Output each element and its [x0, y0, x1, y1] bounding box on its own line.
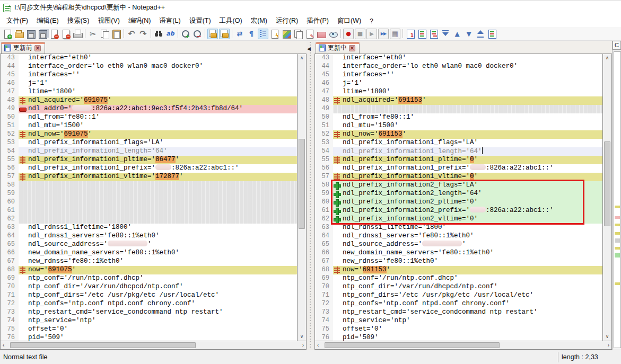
sync-scroll-horizontal-icon[interactable]	[219, 29, 230, 39]
code-line[interactable]: 69ntp_conf='/run/ntp.conf.dhcp'	[315, 274, 602, 283]
line-text[interactable]: ntp_conf_dirs='/etc /usr/pkg/etc /usr/lo…	[27, 291, 297, 300]
line-text[interactable]: interface='eth0'	[342, 54, 602, 63]
line-text[interactable]: ndl_prefix_information1_vltime='172877'	[27, 173, 297, 181]
line-body[interactable]: ntp_confs='ntp.conf ntpd.conf chrony.con…	[333, 300, 602, 308]
tab-close-icon[interactable]: ×	[34, 45, 41, 51]
line-text[interactable]: ndl_prefix_information2_prefix=':826a:a2…	[342, 207, 602, 215]
code-line[interactable]: 58ndl_prefix_information2_flags='LA'	[315, 181, 602, 190]
code-line[interactable]: 72ntp_confs='ntp.conf ntpd.conf chrony.c…	[315, 300, 602, 308]
code-line[interactable]: 71ntp_conf_dirs='/etc /usr/pkg/etc /usr/…	[1, 291, 297, 300]
menu-item-10[interactable]: 插件(P)	[302, 15, 333, 26]
line-text[interactable]: ndl_prefix_information1_prefix=':826a:a2…	[342, 164, 602, 173]
project-folder-icon[interactable]	[316, 29, 327, 39]
zoom-out-icon[interactable]	[192, 29, 203, 39]
line-text[interactable]	[27, 190, 297, 198]
line-text[interactable]: interface_order='lo eth0 wlan0 mac0 dock…	[27, 63, 297, 71]
line-body[interactable]: new_rdnss='fe80::1%eth0'	[333, 258, 602, 266]
line-body[interactable]: ltime='1800'	[19, 88, 297, 96]
tab-close-icon[interactable]: ×	[349, 45, 355, 51]
undo-icon[interactable]	[126, 29, 137, 39]
line-body[interactable]: ndl_prefix_information1_length='64'	[333, 147, 602, 156]
line-body[interactable]	[19, 207, 297, 215]
compare-navbar-map[interactable]	[614, 51, 621, 348]
line-text[interactable]: ndl_acquired='691075'	[27, 96, 297, 105]
line-text[interactable]: ndl_prefix_information1_flags='LA'	[27, 139, 297, 147]
line-body[interactable]: interface_order='lo eth0 wlan0 mac0 dock…	[19, 63, 297, 71]
code-line[interactable]: 47ltime='1800'	[315, 88, 602, 96]
paste-icon[interactable]	[111, 29, 121, 39]
code-line[interactable]: 54ndl_prefix_information1_length='64'	[1, 147, 297, 156]
line-text[interactable]: interface_order='lo eth0 wlan0 mac0 dock…	[342, 63, 602, 71]
code-line[interactable]: 55ndl_prefix_information1_pltime='86477'	[1, 156, 297, 164]
line-body[interactable]	[333, 105, 602, 113]
code-line[interactable]: 59	[1, 190, 297, 198]
line-text[interactable]: interfaces=''	[27, 71, 297, 79]
line-body[interactable]: ndl_prefix_information1_vltime='0'	[333, 173, 602, 181]
line-body[interactable]: ntp_confs='ntp.conf ntpd.conf chrony.con…	[19, 300, 297, 308]
line-body[interactable]: ndl_rdnss1_servers='fe80::1%eth0'	[333, 232, 602, 241]
line-body[interactable]: ndl_prefix_information2_pltime='0'	[333, 198, 602, 207]
line-body[interactable]: ndl_prefix_information1_prefix=':826a:a2…	[333, 164, 602, 173]
line-body[interactable]: ndl_prefix_information1_length='64'	[19, 147, 297, 156]
code-line[interactable]: 62	[1, 215, 297, 224]
line-text[interactable]: now='691153'	[342, 266, 602, 274]
macro-stop-icon[interactable]	[355, 29, 365, 39]
left-vscroll-thumb[interactable]	[299, 139, 305, 229]
right-editor[interactable]: 43interface='eth0'44interface_order='lo …	[314, 54, 603, 341]
line-body[interactable]: ndl_prefix_information2_length='64'	[333, 190, 602, 198]
close-file-icon[interactable]	[49, 29, 59, 39]
code-line[interactable]: 67new_rdnss='fe80::1%eth0'	[1, 258, 297, 266]
last-diff-icon[interactable]	[475, 29, 486, 39]
previous-diff-icon[interactable]	[452, 29, 462, 39]
macro-play-icon[interactable]	[366, 29, 377, 39]
replace-icon[interactable]	[165, 29, 176, 39]
code-line[interactable]: 44interface_order='lo eth0 wlan0 mac0 do…	[1, 63, 297, 71]
line-body[interactable]: ndl_prefix_information1_pltime='0'	[333, 156, 602, 164]
line-body[interactable]: ntp_conf_dir='/var/run/dhcpcd/ntp.conf'	[19, 283, 297, 291]
line-text[interactable]: pid='509'	[27, 334, 297, 341]
line-text[interactable]: ntp_restart_cmd='service_condcommand ntp…	[27, 308, 297, 317]
code-line[interactable]: 59ndl_prefix_information2_length='64'	[315, 190, 602, 198]
line-text[interactable]	[342, 105, 602, 113]
line-text[interactable]: ndl_rdnss1_lifetime='1800'	[342, 224, 602, 232]
line-body[interactable]: ndl_prefix_information2_vltime='0'	[333, 215, 602, 224]
right-hscroll-thumb[interactable]	[325, 342, 500, 348]
open-file-icon[interactable]	[14, 29, 24, 39]
line-text[interactable]	[27, 198, 297, 207]
line-body[interactable]: new_domain_name_servers='fe80::1%eth0'	[333, 249, 602, 258]
shortcut-mapper-icon[interactable]	[269, 29, 280, 39]
line-text[interactable]: ltime='1800'	[342, 88, 602, 96]
line-body[interactable]: ndl_prefix_information1_flags='LA'	[19, 139, 297, 147]
line-body[interactable]: pid='509'	[333, 334, 602, 341]
line-body[interactable]: new_domain_name_servers='fe80::1%eth0'	[19, 249, 297, 258]
menu-item-3[interactable]: 视图(V)	[93, 15, 124, 26]
code-line[interactable]: 56ndl_prefix_information1_prefix=':826a:…	[1, 164, 297, 173]
copy-icon[interactable]	[99, 29, 110, 39]
scroll-up-icon[interactable]: ∧	[300, 54, 304, 62]
line-text[interactable]: ndl_mtu='1500'	[27, 122, 297, 130]
code-line[interactable]: 57ndl_prefix_information1_vltime='172877…	[1, 173, 297, 181]
pane-1-tab[interactable]: 更新中×	[316, 42, 360, 54]
find-icon[interactable]	[153, 29, 164, 39]
line-text[interactable]: interfaces=''	[342, 71, 602, 79]
code-line[interactable]: 52ndl_now='691075'	[1, 130, 297, 139]
macro-record-icon[interactable]	[343, 29, 354, 39]
menu-item-7[interactable]: 工具(O)	[215, 15, 247, 26]
line-body[interactable]: ntp_service='ntp'	[333, 317, 602, 325]
line-text[interactable]: ndl_prefix_information1_length='64'	[342, 147, 602, 156]
line-text[interactable]: j='1'	[342, 79, 602, 88]
scroll-down-icon[interactable]: ∨	[300, 333, 304, 341]
line-text[interactable]: interface='eth0'	[27, 54, 297, 63]
line-text[interactable]: ndl_addr0=':826a:a22:abc1:9ec3:f5f4:2b43…	[27, 105, 297, 113]
code-line[interactable]: 45interfaces=''	[315, 71, 602, 79]
cut-icon[interactable]	[88, 29, 98, 39]
line-body[interactable]: ndl_source_address=''	[19, 241, 297, 249]
line-text[interactable]: ndl_prefix_information1_prefix=':826a:a2…	[27, 164, 297, 173]
line-body[interactable]: ntp_conf_dir='/var/run/dhcpcd/ntp.conf'	[333, 283, 602, 291]
redo-icon[interactable]	[138, 29, 148, 39]
line-body[interactable]: ntp_conf='/run/ntp.conf.dhcp'	[333, 274, 602, 283]
right-vscroll-thumb[interactable]	[604, 141, 610, 226]
line-body[interactable]: ndl_prefix_information1_flags='LA'	[333, 139, 602, 147]
line-text[interactable]: ntp_conf_dir='/var/run/dhcpcd/ntp.conf'	[27, 283, 297, 291]
line-text[interactable]: new_rdnss='fe80::1%eth0'	[342, 258, 602, 266]
